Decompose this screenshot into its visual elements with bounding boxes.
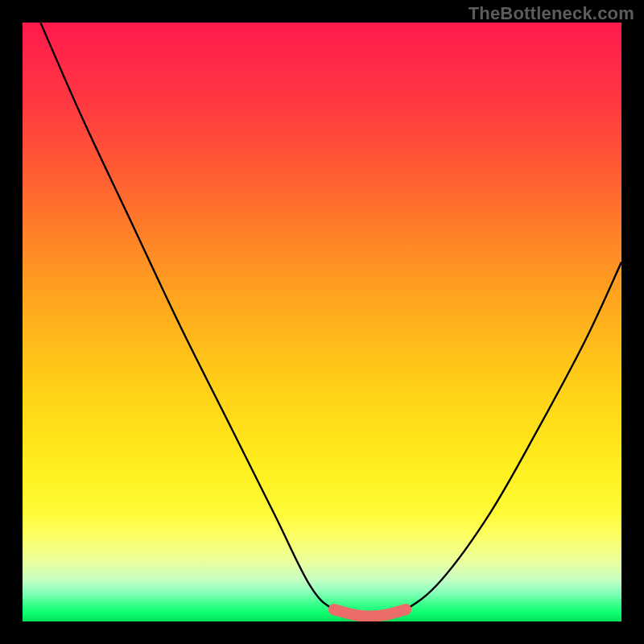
bottleneck-curve-svg <box>23 23 621 621</box>
bottleneck-curve <box>40 23 621 617</box>
accent-segment <box>334 609 406 616</box>
attribution-text: TheBottleneck.com <box>469 3 634 24</box>
chart-frame <box>23 23 621 621</box>
plot-area <box>23 23 621 621</box>
